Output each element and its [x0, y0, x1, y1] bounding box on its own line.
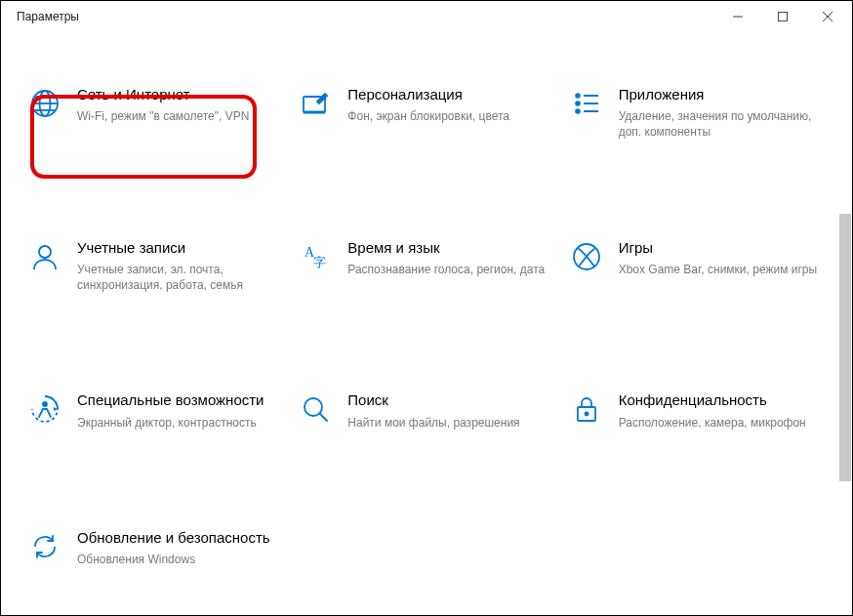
- titlebar: Параметры: [1, 1, 852, 32]
- category-text: Обновление и безопасность Обновления Win…: [77, 528, 283, 567]
- category-desc: Удаление, значения по умолчанию, доп. ко…: [619, 108, 825, 140]
- category-title: Конфиденциальность: [619, 390, 825, 410]
- apps-list-icon: [570, 87, 603, 120]
- svg-rect-1: [779, 13, 788, 21]
- globe-icon: [28, 87, 61, 120]
- category-title: Поиск: [347, 390, 553, 410]
- maximize-button[interactable]: [760, 1, 805, 32]
- sync-icon: [28, 530, 61, 563]
- category-desc: Обновления Windows: [77, 552, 283, 567]
- paintbrush-icon: [299, 87, 332, 120]
- svg-point-21: [43, 402, 47, 406]
- category-text: Время и язык Распознавание голоса, регио…: [347, 238, 553, 277]
- category-update[interactable]: Обновление и безопасность Обновления Win…: [24, 522, 287, 573]
- category-title: Обновление и безопасность: [77, 528, 283, 548]
- accessibility-icon: [28, 392, 61, 426]
- close-button[interactable]: [805, 1, 850, 32]
- svg-point-25: [585, 413, 588, 416]
- search-icon: [299, 392, 332, 426]
- window-controls: [715, 1, 850, 32]
- svg-text:字: 字: [313, 255, 326, 269]
- content-area: Сеть и Интернет Wi-Fi, режим "в самолете…: [1, 32, 852, 615]
- svg-point-13: [576, 102, 580, 105]
- svg-line-23: [320, 414, 327, 421]
- language-icon: A 字: [299, 240, 332, 273]
- category-personalization[interactable]: Персонализация Фон, экран блокировки, цв…: [295, 79, 557, 146]
- category-title: Специальные возможности: [77, 390, 283, 410]
- xbox-icon: [570, 240, 603, 273]
- svg-point-17: [39, 246, 51, 258]
- category-search[interactable]: Поиск Найти мои файлы, разрешения: [295, 385, 557, 435]
- category-desc: Распознавание голоса, регион, дата: [347, 262, 553, 277]
- category-privacy[interactable]: Конфиденциальность Расположение, камера,…: [566, 385, 829, 435]
- category-apps[interactable]: Приложения Удаление, значения по умолчан…: [566, 79, 829, 146]
- category-text: Конфиденциальность Расположение, камера,…: [619, 390, 825, 430]
- person-icon: [28, 240, 61, 273]
- lock-icon: [570, 392, 603, 426]
- category-title: Время и язык: [347, 238, 553, 258]
- category-accessibility[interactable]: Специальные возможности Экранный диктор,…: [24, 385, 287, 435]
- window-title: Параметры: [3, 10, 715, 23]
- category-text: Приложения Удаление, значения по умолчан…: [619, 85, 825, 141]
- category-desc: Учетные записи, эл. почта, синхронизация…: [77, 262, 283, 293]
- category-text: Сеть и Интернет Wi-Fi, режим "в самолете…: [77, 85, 283, 124]
- settings-grid: Сеть и Интернет Wi-Fi, режим "в самолете…: [24, 79, 829, 573]
- category-title: Сеть и Интернет: [77, 85, 283, 104]
- category-text: Поиск Найти мои файлы, разрешения: [347, 390, 553, 430]
- category-title: Персонализация: [347, 85, 553, 104]
- category-title: Приложения: [619, 85, 825, 104]
- scrollbar-thumb[interactable]: [839, 214, 851, 481]
- category-time-language[interactable]: A 字 Время и язык Распознавание голоса, р…: [295, 232, 557, 300]
- category-gaming[interactable]: Игры Xbox Game Bar, снимки, режим игры: [566, 232, 829, 300]
- category-title: Учетные записи: [77, 238, 283, 258]
- svg-point-22: [305, 398, 322, 416]
- category-title: Игры: [619, 238, 825, 258]
- minimize-button[interactable]: [715, 1, 760, 32]
- category-desc: Xbox Game Bar, снимки, режим игры: [619, 262, 825, 277]
- svg-point-11: [576, 94, 580, 98]
- category-accounts[interactable]: Учетные записи Учетные записи, эл. почта…: [24, 232, 287, 300]
- category-desc: Фон, экран блокировки, цвета: [347, 108, 553, 124]
- category-text: Персонализация Фон, экран блокировки, цв…: [347, 85, 553, 124]
- category-desc: Wi-Fi, режим "в самолете", VPN: [77, 108, 283, 124]
- category-desc: Расположение, камера, микрофон: [619, 415, 825, 431]
- category-text: Учетные записи Учетные записи, эл. почта…: [77, 238, 283, 294]
- category-desc: Экранный диктор, контрастность: [77, 415, 283, 431]
- svg-point-15: [576, 109, 580, 113]
- category-text: Игры Xbox Game Bar, снимки, режим игры: [619, 238, 825, 277]
- category-text: Специальные возможности Экранный диктор,…: [77, 390, 283, 430]
- category-desc: Найти мои файлы, разрешения: [347, 415, 553, 431]
- category-network[interactable]: Сеть и Интернет Wi-Fi, режим "в самолете…: [24, 79, 287, 146]
